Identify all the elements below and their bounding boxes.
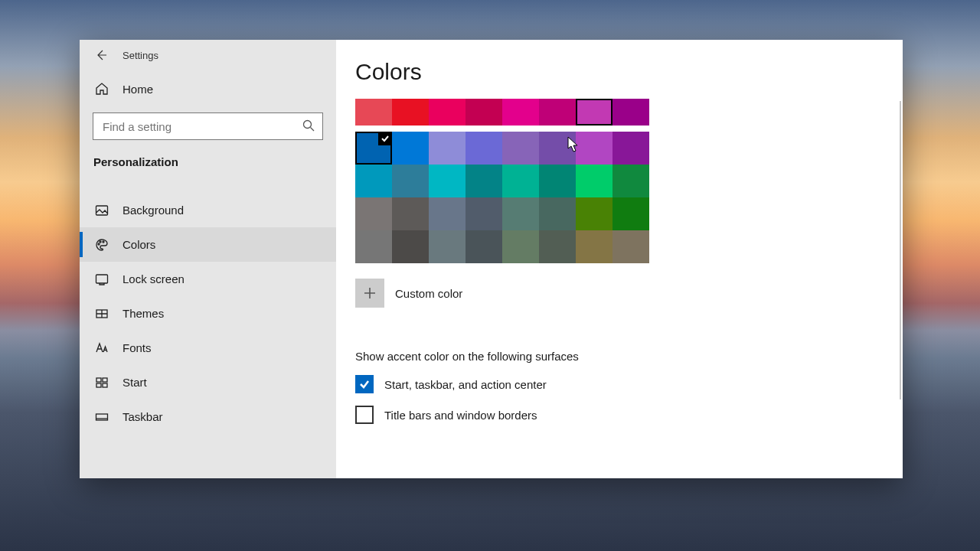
color-swatch[interactable] xyxy=(539,165,576,197)
nav-label: Background xyxy=(122,204,184,217)
nav-label: Taskbar xyxy=(122,410,163,423)
nav-item-themes[interactable]: Themes xyxy=(80,296,336,331)
color-swatch[interactable] xyxy=(355,132,392,165)
svg-rect-10 xyxy=(96,383,101,387)
search-icon xyxy=(302,119,315,134)
scrollbar[interactable] xyxy=(900,101,901,399)
color-swatch[interactable] xyxy=(392,197,429,230)
color-swatch[interactable] xyxy=(429,132,466,165)
color-swatch[interactable] xyxy=(576,197,612,230)
lock-screen-icon xyxy=(95,272,109,286)
checkbox-start-taskbar[interactable]: Start, taskbar, and action center xyxy=(355,375,903,393)
color-swatch[interactable] xyxy=(539,99,576,126)
nav-item-fonts[interactable]: Fonts xyxy=(80,331,336,365)
surfaces-label: Show accent color on the following surfa… xyxy=(355,350,903,363)
color-swatch[interactable] xyxy=(466,132,502,165)
category-label: Personalization xyxy=(80,140,336,171)
color-swatch[interactable] xyxy=(466,165,502,197)
nav-item-start[interactable]: Start xyxy=(80,365,336,399)
color-swatch[interactable] xyxy=(392,230,429,263)
color-swatch[interactable] xyxy=(429,197,466,230)
svg-point-1 xyxy=(304,121,312,129)
color-swatch[interactable] xyxy=(502,230,539,263)
fonts-icon xyxy=(95,341,109,355)
color-swatch[interactable] xyxy=(355,165,392,197)
color-swatch[interactable] xyxy=(502,132,539,165)
custom-color-row[interactable]: Custom color xyxy=(355,279,903,308)
color-swatch[interactable] xyxy=(576,132,612,165)
svg-point-5 xyxy=(103,241,104,243)
color-swatch[interactable] xyxy=(612,99,649,126)
color-swatch[interactable] xyxy=(612,165,649,197)
custom-color-label: Custom color xyxy=(395,287,462,300)
nav-label: Colors xyxy=(122,238,155,251)
nav-item-colors[interactable]: Colors xyxy=(80,227,336,262)
color-swatch[interactable] xyxy=(612,197,649,230)
themes-icon xyxy=(95,307,109,321)
search-box[interactable] xyxy=(93,112,323,140)
svg-rect-12 xyxy=(96,414,108,420)
svg-rect-9 xyxy=(103,378,107,382)
color-swatch[interactable] xyxy=(576,165,612,197)
nav-label: Lock screen xyxy=(122,272,185,285)
checkbox-title-bars[interactable]: Title bars and window borders xyxy=(355,406,903,424)
svg-rect-11 xyxy=(103,383,107,387)
nav-label: Start xyxy=(122,376,147,389)
color-swatch[interactable] xyxy=(429,99,466,126)
title-bar: Settings xyxy=(80,40,336,70)
color-swatch[interactable] xyxy=(612,230,649,263)
color-swatch[interactable] xyxy=(429,165,466,197)
nav-list: Background Colors Lock screen Themes Fon… xyxy=(80,193,336,434)
color-swatch[interactable] xyxy=(576,99,612,126)
color-swatch[interactable] xyxy=(392,132,429,165)
home-icon xyxy=(95,82,109,96)
home-link[interactable]: Home xyxy=(80,70,336,107)
svg-rect-6 xyxy=(96,275,108,283)
color-swatch[interactable] xyxy=(539,132,576,165)
sidebar: Settings Home Personalization Background xyxy=(80,40,336,478)
desktop-wallpaper: Settings Home Personalization Background xyxy=(0,0,980,551)
checkbox-icon xyxy=(355,406,374,424)
color-swatch[interactable] xyxy=(576,230,612,263)
color-swatch[interactable] xyxy=(539,197,576,230)
color-swatch[interactable] xyxy=(392,99,429,126)
checkbox-icon xyxy=(355,375,374,393)
back-button[interactable] xyxy=(95,40,122,70)
svg-point-3 xyxy=(98,243,100,245)
color-swatch[interactable] xyxy=(612,132,649,165)
color-swatch[interactable] xyxy=(466,99,502,126)
color-swatch[interactable] xyxy=(502,99,539,126)
color-swatch[interactable] xyxy=(502,197,539,230)
svg-point-4 xyxy=(100,241,101,243)
search-input[interactable] xyxy=(101,119,315,134)
color-swatch[interactable] xyxy=(392,165,429,197)
home-label: Home xyxy=(122,83,153,96)
color-swatch[interactable] xyxy=(502,165,539,197)
color-swatch[interactable] xyxy=(466,197,502,230)
content-pane: Colors Custom color Show accent color on… xyxy=(336,40,903,478)
color-palette xyxy=(355,99,903,263)
start-icon xyxy=(95,376,109,390)
page-title: Colors xyxy=(355,59,903,85)
color-swatch[interactable] xyxy=(355,230,392,263)
nav-item-taskbar[interactable]: Taskbar xyxy=(80,399,336,434)
taskbar-icon xyxy=(95,410,109,424)
picture-icon xyxy=(95,204,109,217)
palette-icon xyxy=(95,238,109,252)
nav-item-background[interactable]: Background xyxy=(80,193,336,227)
custom-color-button[interactable] xyxy=(355,279,384,308)
nav-label: Themes xyxy=(122,307,164,320)
color-swatch[interactable] xyxy=(429,230,466,263)
window-title: Settings xyxy=(122,50,158,61)
settings-window: Settings Home Personalization Background xyxy=(80,40,903,478)
checkbox-label: Title bars and window borders xyxy=(384,409,537,422)
color-swatch[interactable] xyxy=(466,230,502,263)
svg-rect-8 xyxy=(96,378,101,382)
color-swatch[interactable] xyxy=(355,197,392,230)
nav-label: Fonts xyxy=(122,341,152,354)
nav-item-lock-screen[interactable]: Lock screen xyxy=(80,262,336,296)
color-swatch[interactable] xyxy=(355,99,392,126)
checkbox-label: Start, taskbar, and action center xyxy=(384,378,547,391)
svg-rect-2 xyxy=(96,206,108,215)
color-swatch[interactable] xyxy=(539,230,576,263)
